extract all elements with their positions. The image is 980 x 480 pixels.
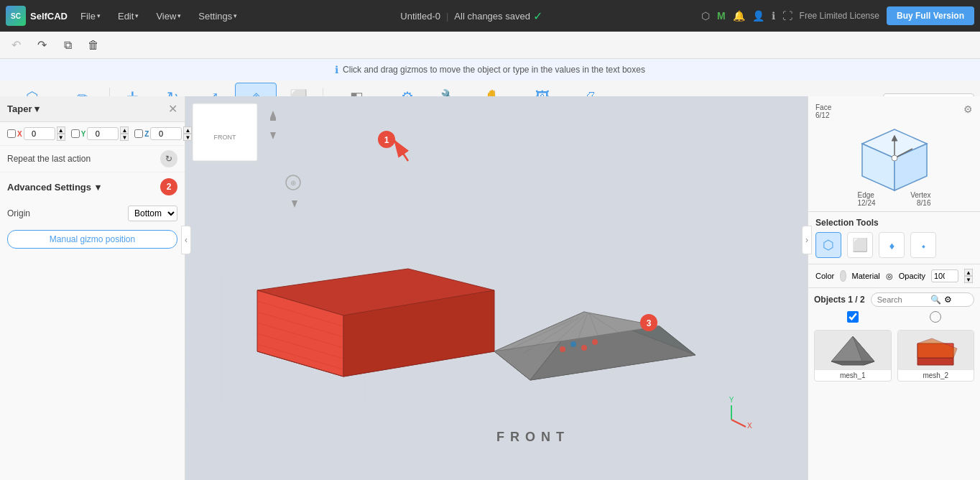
red-box-group	[257, 269, 494, 377]
x-checkbox[interactable]	[7, 129, 16, 138]
svg-marker-69	[270, 132, 276, 139]
color-swatch[interactable]	[840, 270, 846, 282]
z-value-input[interactable]	[150, 127, 182, 140]
view-cube[interactable]: Edge 12/24 Vertex 8/16	[855, 122, 934, 201]
sel-tool-paint[interactable]: ⬩	[910, 232, 936, 258]
advanced-settings-label: Advanced Settings ▾	[7, 182, 101, 193]
menu-file[interactable]: File ▾	[76, 8, 105, 24]
origin-row: Origin Bottom Top Center	[0, 201, 185, 226]
infobar: ℹ Click and drag gizmos to move the obje…	[0, 59, 980, 80]
svg-marker-12	[917, 358, 953, 365]
face-count: 6/12	[815, 111, 831, 119]
face-info: Face 6/12	[815, 103, 831, 119]
object-card-mesh2[interactable]: mesh_2	[897, 330, 975, 382]
repeat-last-row: Repeat the last action ↻	[0, 145, 185, 172]
mesh2-thumbnail	[898, 331, 974, 370]
objects-title: Objects 1 / 2	[814, 295, 865, 305]
infobar-text: Click and drag gizmos to move the object…	[343, 65, 645, 75]
viewport[interactable]: FRONT FRONT ⊕ Y X 1	[185, 96, 808, 480]
y-spin-up[interactable]: ▲	[120, 126, 129, 134]
svg-marker-14	[917, 338, 957, 358]
opacity-label: Opacity	[899, 272, 925, 280]
obj1-checkbox[interactable]	[847, 311, 859, 323]
y-value-input[interactable]	[87, 127, 119, 140]
z-spin-down[interactable]: ▼	[183, 134, 192, 141]
saved-badge: All changes saved ✓	[454, 9, 542, 23]
x-value-input[interactable]	[24, 127, 55, 140]
buy-button[interactable]: Buy Full Version	[887, 6, 974, 25]
title-area: Untitled-0 | All changes saved ✓	[250, 9, 693, 23]
user-icon[interactable]: 👤	[752, 10, 764, 22]
view-cube-header: Face 6/12 ⚙	[815, 103, 973, 119]
axis-indicator: Y X	[729, 396, 752, 430]
panel-dropdown-icon[interactable]: ▾	[34, 103, 40, 114]
svg-text:X: X	[747, 422, 752, 430]
objects-section: Objects 1 / 2 🔍 ⚙	[808, 288, 980, 480]
adv-settings-chevron: ▾	[96, 182, 101, 193]
badge3-text: 3	[647, 318, 652, 328]
info-icon[interactable]: ℹ	[772, 10, 775, 22]
xyz-inputs: X ▲ ▼ Y ▲ ▼ Z ▲ ▼	[0, 122, 185, 145]
opacity-spin-down[interactable]: ▼	[964, 276, 973, 283]
opacity-spinbox: ▲ ▼	[964, 269, 973, 283]
y-spin-down[interactable]: ▼	[120, 134, 129, 141]
z-spin-up[interactable]: ▲	[183, 126, 192, 134]
opacity-input[interactable]	[931, 269, 958, 282]
mesh1-svg	[828, 333, 878, 369]
object-card-mesh1[interactable]: mesh_1	[814, 330, 892, 382]
fullscreen-icon[interactable]: ⛶	[782, 10, 792, 22]
obj2-checkbox[interactable]	[930, 311, 941, 323]
advanced-settings-row[interactable]: Advanced Settings ▾ 2	[0, 172, 185, 201]
vertex-count: 8/16	[910, 199, 930, 207]
edge-label: Edge	[858, 191, 876, 199]
svg-rect-68	[270, 118, 276, 121]
panel-close-button[interactable]: ✕	[168, 102, 177, 116]
x-spin-down[interactable]: ▼	[57, 134, 65, 141]
sel-tool-box[interactable]: ⬜	[847, 232, 873, 258]
x-axis-input: X ▲ ▼	[7, 126, 65, 141]
cube-svg	[855, 122, 934, 201]
objects-search-input[interactable]	[877, 295, 928, 304]
y-checkbox[interactable]	[71, 129, 80, 138]
undoredo-bar: ↶ ↷ ⧉ 🗑	[0, 32, 980, 59]
redo-button[interactable]: ↷	[32, 35, 52, 55]
z-checkbox[interactable]	[134, 129, 143, 138]
view-cube-gear-icon[interactable]: ⚙	[963, 103, 973, 119]
svg-marker-72	[292, 200, 297, 208]
delete-button[interactable]: 🗑	[83, 35, 103, 55]
material-label: Material	[852, 272, 880, 280]
sel-tool-face[interactable]: ⬡	[815, 232, 841, 258]
collapse-right-panel[interactable]: ›	[802, 226, 812, 254]
edge-count: 12/24	[858, 199, 876, 207]
origin-select[interactable]: Bottom Top Center	[128, 206, 177, 221]
menu-edit[interactable]: Edit ▾	[114, 8, 143, 24]
share-icon[interactable]: ⬡	[701, 10, 710, 22]
manual-gizmo-button[interactable]: Manual gizmo position	[7, 230, 177, 249]
menu-settings[interactable]: Settings ▾	[194, 8, 241, 24]
menu-view[interactable]: View ▾	[152, 8, 185, 24]
sel-tool-vertex[interactable]: ⬧	[879, 232, 905, 258]
repeat-toggle-button[interactable]: ↻	[160, 150, 177, 167]
undo-button[interactable]: ↶	[6, 35, 26, 55]
search-icon: 🔍	[930, 295, 941, 305]
opacity-spin-up[interactable]: ▲	[964, 269, 973, 276]
svg-point-66	[592, 339, 598, 345]
view-cube-area: Face 6/12 ⚙	[808, 96, 980, 212]
mini-view-box[interactable]	[193, 103, 257, 161]
mesh1-name: mesh_1	[815, 370, 891, 381]
y-spinbox: ▲ ▼	[120, 126, 129, 141]
collapse-left-panel[interactable]: ‹	[181, 226, 191, 254]
svg-point-8	[892, 155, 897, 161]
search-gear-icon[interactable]: ⚙	[944, 295, 952, 305]
license-text: Free Limited License	[800, 11, 879, 21]
m-icon[interactable]: M	[717, 10, 726, 22]
copy-button[interactable]: ⧉	[57, 35, 78, 55]
bell-icon[interactable]: 🔔	[733, 10, 745, 22]
x-spin-up[interactable]: ▲	[57, 126, 65, 134]
svg-point-65	[581, 345, 587, 351]
y-axis-input: Y ▲ ▼	[71, 126, 129, 141]
svg-text:Y: Y	[729, 396, 734, 404]
mesh1-thumbnail	[815, 331, 891, 370]
logo-icon: SC	[6, 6, 26, 26]
vertex-label: Vertex	[910, 191, 930, 199]
